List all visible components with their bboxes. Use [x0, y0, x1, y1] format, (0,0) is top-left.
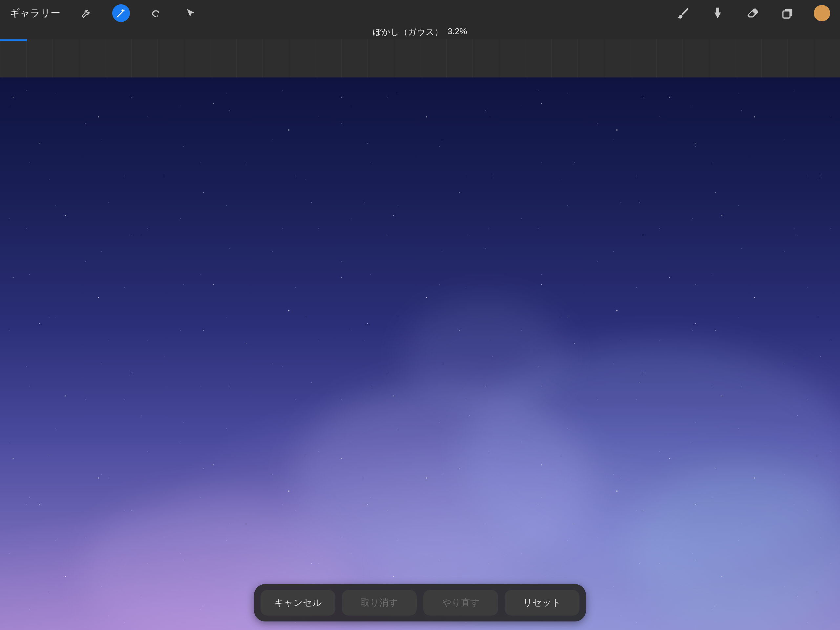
wrench-icon[interactable]	[77, 4, 95, 22]
eraser-icon[interactable]	[744, 4, 762, 22]
blur-slider-fill	[0, 40, 27, 41]
cancel-button[interactable]: キャンセル	[261, 590, 335, 616]
brush-icon[interactable]	[675, 4, 692, 22]
wand-icon[interactable]	[112, 4, 130, 22]
redo-button[interactable]: やり直す	[423, 590, 498, 616]
blur-slider-track[interactable]	[0, 40, 840, 78]
adjustment-name: ぼかし（ガウス）	[373, 26, 443, 38]
color-swatch[interactable]	[814, 5, 830, 21]
undo-button[interactable]: 取り消す	[342, 590, 417, 616]
svg-rect-1	[783, 11, 790, 18]
gallery-button[interactable]: ギャラリー	[10, 6, 60, 20]
toolbar-right-group	[675, 4, 830, 22]
app-root: ギャラリー	[0, 0, 840, 630]
action-bar: キャンセル 取り消す やり直す リセット	[254, 584, 586, 622]
cursor-icon[interactable]	[182, 4, 199, 22]
adjustment-value: 3.2%	[448, 26, 467, 36]
top-toolbar: ギャラリー	[0, 0, 840, 26]
canvas-viewport[interactable]	[0, 78, 840, 630]
selection-icon[interactable]	[147, 4, 165, 22]
layers-icon[interactable]	[779, 4, 797, 22]
status-bar: ぼかし（ガウス） 3.2%	[0, 26, 840, 40]
canvas-artwork	[0, 78, 840, 630]
smudge-icon[interactable]	[709, 4, 727, 22]
toolbar-left-group: ギャラリー	[10, 4, 199, 22]
reset-button[interactable]: リセット	[505, 590, 579, 616]
